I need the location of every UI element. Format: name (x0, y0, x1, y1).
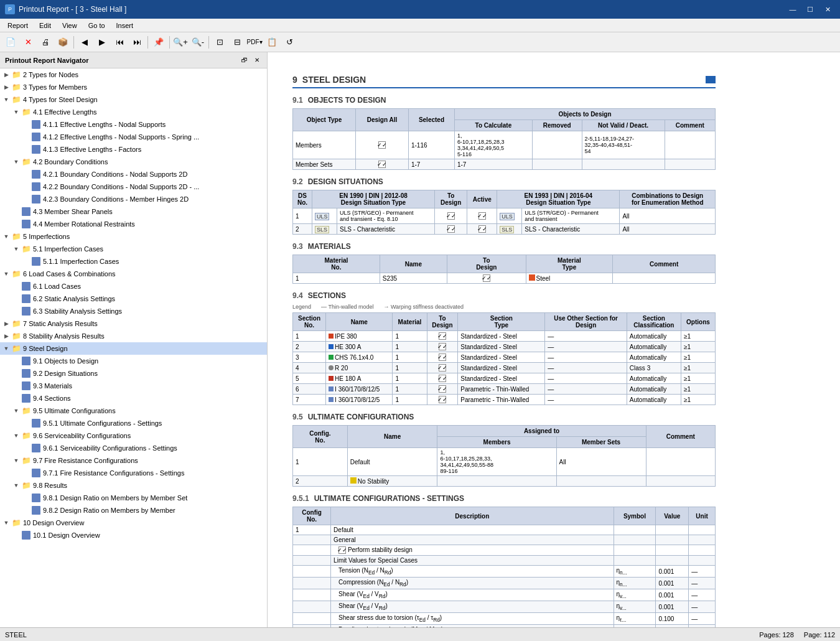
subsection-95-title: ULTIMATE CONFIGURATIONS (308, 413, 414, 421)
tree-item-n43[interactable]: 4.3 Member Shear Panels (0, 205, 267, 218)
tree-item-n91[interactable]: 9.1 Objects to Design (0, 355, 267, 367)
sections-legend: Legend — Thin-walled model → Warping sti… (292, 304, 716, 310)
tree-item-n101[interactable]: 10.1 Design Overview (0, 529, 267, 541)
tree-item-n413[interactable]: 4.1.3 Effective Lengths - Factors (0, 143, 267, 156)
tree-item-n411[interactable]: 4.1.1 Effective Lengths - Nodal Supports (0, 118, 267, 131)
col-use-other: Use Other Section forDesign (545, 313, 627, 331)
tree-item-n2[interactable]: ▶📁2 Types for Nodes (0, 68, 267, 81)
col-to-calc: To Calculate (454, 120, 532, 131)
table-row: Shear (VEd / VRd) ηv... 0.001 — (293, 589, 716, 601)
new-button[interactable]: 📄 (2, 35, 19, 50)
section-9-num: 9 (292, 75, 297, 85)
navigator-panel: Printout Report Navigator 🗗 ✕ ▶📁2 Types … (0, 52, 268, 627)
content-area[interactable]: 9 Steel Design 9.1 OBJECTS TO DESIGN Obj… (268, 52, 840, 627)
minimize-button[interactable]: — (785, 4, 800, 15)
tree-item-n41[interactable]: ▼📁4.1 Effective Lengths (0, 106, 267, 118)
zoom-out-button[interactable]: 🔍- (190, 35, 206, 50)
tree-item-n62[interactable]: 6.2 Static Analysis Settings (0, 292, 267, 305)
tree-item-n61[interactable]: 6.1 Load Cases (0, 280, 267, 292)
refresh-button[interactable]: ↺ (281, 35, 297, 50)
menu-goto[interactable]: Go to (83, 21, 110, 30)
section-indicator (706, 76, 716, 83)
export2-button[interactable]: PDF▾ (246, 35, 263, 50)
tree-item-n63[interactable]: 6.3 Stability Analysis Settings (0, 305, 267, 317)
tree-item-n3[interactable]: ▶📁3 Types for Members (0, 81, 267, 93)
maximize-button[interactable]: ☐ (803, 4, 818, 15)
tree-item-n982[interactable]: 9.8.2 Design Ratio on Members by Member (0, 504, 267, 517)
zoom-in-button[interactable]: 🔍+ (172, 35, 189, 50)
print-button[interactable]: 🖨 (37, 35, 54, 50)
subsection-951-num: 9.5.1 (292, 494, 309, 503)
fit-width-button[interactable]: ⊟ (229, 35, 245, 50)
tree-item-n8[interactable]: ▶📁8 Stability Analysis Results (0, 330, 267, 342)
tree-item-n93[interactable]: 9.3 Materials (0, 380, 267, 392)
tree-label-n41: 4.1 Effective Lengths (33, 108, 97, 116)
prev-button[interactable]: ◀ (77, 35, 93, 50)
menu-edit[interactable]: Edit (34, 21, 56, 30)
tree-item-n421[interactable]: 4.2.1 Boundary Conditions - Nodal Suppor… (0, 168, 267, 180)
table-row: Shear (VEd / VRd) ηv... 0.001 — (293, 601, 716, 613)
tree-item-n981[interactable]: 9.8.1 Design Ratio on Members by Member … (0, 492, 267, 504)
tree-item-n92[interactable]: 9.2 Design Situations (0, 367, 267, 380)
menu-bar: Report Edit View Go to Insert (0, 19, 840, 32)
design-situations-table: DSNo. EN 1990 | DIN | 2012-08Design Situ… (292, 190, 716, 235)
menu-insert[interactable]: Insert (111, 21, 139, 30)
tree-item-n42[interactable]: ▼📁4.2 Boundary Conditions (0, 156, 267, 168)
tree-item-n971[interactable]: 9.7.1 Fire Resistance Configurations - S… (0, 467, 267, 479)
tree-label-n7: 7 Static Analysis Results (23, 320, 98, 327)
tree-item-n423[interactable]: 4.2.3 Boundary Conditions - Member Hinge… (0, 193, 267, 205)
subsection-91-title: OBJECTS TO DESIGN (308, 96, 386, 105)
tree-item-n511[interactable]: 5.1.1 Imperfection Cases (0, 255, 267, 268)
fit-button[interactable]: ⊡ (212, 35, 228, 50)
tree-label-n61: 6.1 Load Cases (33, 283, 81, 290)
tree-item-n94[interactable]: 9.4 Sections (0, 392, 267, 405)
tree-label-n92: 9.2 Design Situations (33, 370, 98, 377)
tree-item-n9[interactable]: ▼📁9 Steel Design (0, 342, 267, 355)
last-button[interactable]: ⏭ (129, 35, 145, 50)
export-button[interactable]: 📦 (55, 35, 71, 50)
pin-button[interactable]: 📌 (151, 35, 167, 50)
window-controls[interactable]: — ☐ ✕ (785, 4, 835, 15)
tree-item-n95[interactable]: ▼📁9.5 Ultimate Configurations (0, 405, 267, 417)
col-value: Value (656, 507, 689, 525)
tree-item-n51[interactable]: ▼📁5.1 Imperfection Cases (0, 243, 267, 255)
tree-item-n97[interactable]: ▼📁9.7 Fire Resistance Configurations (0, 454, 267, 467)
col-active: Active (467, 190, 497, 208)
navigator-tree[interactable]: ▶📁2 Types for Nodes▶📁3 Types for Members… (0, 68, 267, 627)
subsection-93-header: 9.3 MATERIALS (292, 242, 716, 251)
tree-item-n4[interactable]: ▼📁4 Types for Steel Design (0, 93, 267, 106)
table-row: Compression (NEd / NRd) ηn... 0.001 — (293, 578, 716, 589)
menu-view[interactable]: View (57, 21, 82, 30)
tree-item-n96[interactable]: ▼📁9.6 Serviceability Configurations (0, 429, 267, 442)
col-not-valid: Not Valid / Deact. (582, 120, 665, 131)
nav-close-button[interactable]: ✕ (252, 55, 262, 65)
tree-item-n422[interactable]: 4.2.2 Boundary Conditions - Nodal Suppor… (0, 180, 267, 193)
tree-item-n98[interactable]: ▼📁9.8 Results (0, 479, 267, 492)
tree-label-n982: 9.8.2 Design Ratio on Members by Member (43, 507, 175, 514)
tree-item-n7[interactable]: ▶📁7 Static Analysis Results (0, 317, 267, 330)
subsection-93-num: 9.3 (292, 242, 303, 251)
delete-button[interactable]: ✕ (20, 35, 36, 50)
copy-button[interactable]: 📋 (264, 35, 280, 50)
subsection-92-title: DESIGN SITUATIONS (308, 177, 383, 186)
close-button[interactable]: ✕ (820, 4, 835, 15)
tree-item-n6[interactable]: ▼📁6 Load Cases & Combinations (0, 268, 267, 280)
nav-restore-button[interactable]: 🗗 (240, 55, 250, 65)
next-button[interactable]: ▶ (94, 35, 110, 50)
tree-item-n44[interactable]: 4.4 Member Rotational Restraints (0, 218, 267, 230)
tree-label-n421: 4.2.1 Boundary Conditions - Nodal Suppor… (43, 171, 187, 178)
subsection-94-header: 9.4 SECTIONS (292, 291, 716, 300)
toolbar: 📄 ✕ 🖨 📦 ◀ ▶ ⏮ ⏭ 📌 🔍+ 🔍- ⊡ ⊟ PDF▾ 📋 ↺ (0, 32, 840, 52)
tree-item-n10[interactable]: ▼📁10 Design Overview (0, 517, 267, 529)
first-button[interactable]: ⏮ (111, 35, 128, 50)
tree-label-n411: 4.1.1 Effective Lengths - Nodal Supports (43, 121, 166, 128)
tree-item-n5[interactable]: ▼📁5 Imperfections (0, 230, 267, 243)
tree-label-n413: 4.1.3 Effective Lengths - Factors (43, 146, 141, 153)
col-ds-no: DSNo. (293, 190, 312, 208)
tree-item-n412[interactable]: 4.1.2 Effective Lengths - Nodal Supports… (0, 131, 267, 143)
tree-label-n42: 4.2 Boundary Conditions (33, 158, 108, 166)
menu-report[interactable]: Report (2, 21, 33, 30)
materials-table: MaterialNo. Name ToDesign MaterialType C… (292, 255, 716, 284)
tree-item-n951[interactable]: 9.5.1 Ultimate Configurations - Settings (0, 417, 267, 429)
tree-item-n961[interactable]: 9.6.1 Serviceability Configurations - Se… (0, 442, 267, 454)
